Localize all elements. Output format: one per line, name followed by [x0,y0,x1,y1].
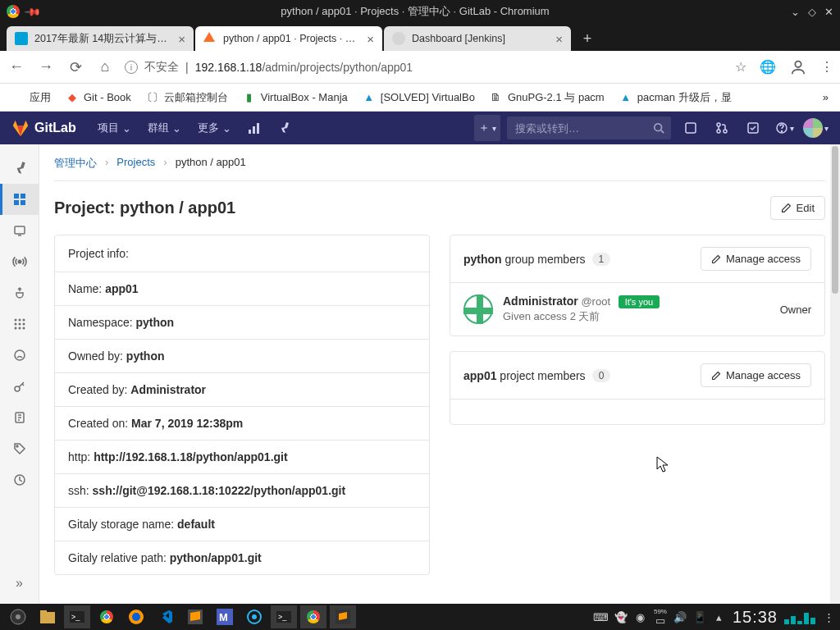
search-input[interactable] [515,122,653,135]
breadcrumb-admin[interactable]: 管理中心 [54,156,97,171]
start-menu-icon[interactable] [5,605,31,628]
sidebar-service-templates[interactable] [0,402,39,433]
panel-header: app01 project members 0 Manage access [450,352,824,399]
edit-button[interactable]: Edit [770,196,825,220]
reload-button[interactable]: ⟳ [66,57,85,77]
nav-more[interactable]: 更多 ⌄ [191,116,238,140]
browser-tab[interactable]: Dashboard [Jenkins] × [384,26,571,51]
globe-icon[interactable]: 🌐 [760,59,776,75]
sidebar-expand[interactable]: » [0,568,39,599]
wifi-icon[interactable]: ◉ [634,610,647,623]
files-icon[interactable] [34,605,61,628]
sidebar-admin-icon[interactable] [0,153,39,184]
svg-rect-16 [15,226,25,234]
sidebar-appearance[interactable] [0,464,39,495]
menu-dots-icon[interactable]: ⋮ [822,610,835,623]
new-dropdown[interactable]: ＋▾ [474,115,500,141]
address-bar[interactable]: i 不安全 | 192.168.1.18/admin/projects/pyth… [125,60,725,75]
scrollbar[interactable] [830,144,840,604]
terminal-icon[interactable]: >_ [64,605,90,628]
firefox-icon[interactable] [123,605,149,628]
maximize-icon[interactable]: ◇ [808,6,816,18]
member-name[interactable]: Administrator [503,294,578,308]
tray-expand-icon[interactable]: ▴ [713,610,726,623]
system-taskbar: >_ M >_ ⌨ 👻 ◉ 59%▭ 🔊 📱 ▴ 15:38 ⋮ [0,604,840,630]
user-menu[interactable]: ▾ [802,115,829,141]
info-row-created-by: Created by: Administrator [55,373,429,407]
tab-close-icon[interactable]: × [178,32,185,46]
scrollbar-thumb[interactable] [832,146,838,294]
svg-point-44 [252,614,257,619]
svg-rect-1 [249,130,251,134]
nav-admin-icon[interactable] [271,116,297,139]
sidebar-applications[interactable] [0,308,39,340]
bookmarks-overflow[interactable]: » [818,88,833,107]
volume-icon[interactable]: 🔊 [673,610,687,623]
bookmark-item[interactable]: ▲[SOLVED] VirtualBo [358,88,480,107]
home-button[interactable]: ⌂ [95,57,115,77]
tab-close-icon[interactable]: × [367,32,374,46]
its-you-badge: It's you [619,295,660,308]
nav-activity-icon[interactable] [241,116,267,139]
merge-requests-icon[interactable] [709,115,735,141]
chromium-task-icon[interactable] [94,605,120,628]
issues-icon[interactable] [678,115,704,141]
pencil-icon [711,371,721,381]
manage-access-button[interactable]: Manage access [701,247,811,271]
site-info-icon[interactable]: i [125,61,138,74]
sidebar-hooks[interactable] [0,277,39,308]
browser-menu-icon[interactable]: ⋮ [820,59,833,75]
browser-tab[interactable]: 2017年最新 14期云计算与自动 × [7,26,194,51]
keyboard-icon[interactable]: ⌨ [595,610,608,623]
bookmark-item[interactable]: ▮VirtualBox - Manja [238,88,353,107]
svg-point-22 [18,323,21,326]
bookmark-apps[interactable]: 应用 [7,87,56,108]
battery-icon[interactable]: 59%▭ [654,610,667,623]
sidebar-broadcast[interactable] [0,246,39,277]
back-button[interactable]: ← [7,57,26,77]
bookmark-item[interactable]: ◆Git - Book [61,88,136,107]
sidebar-monitoring[interactable] [0,215,39,246]
device-icon[interactable]: 📱 [693,610,706,623]
svg-rect-14 [14,200,19,205]
sidebar-labels[interactable] [0,433,39,464]
help-dropdown[interactable]: ▾ [771,115,797,141]
svg-point-6 [717,123,720,126]
minimize-icon[interactable]: ⌄ [791,6,800,18]
sublime-task-icon[interactable] [330,605,356,628]
new-tab-button[interactable]: + [573,26,602,51]
bookmark-star-icon[interactable]: ☆ [735,59,746,75]
browser-tab-active[interactable]: python / app01 · Projects · 管理 × [195,26,382,51]
workspace-bars-icon[interactable] [784,609,815,624]
info-row-gitaly-storage: Gitaly storage name: default [55,508,429,541]
nav-groups[interactable]: 群组 ⌄ [141,116,188,140]
sublime-icon[interactable] [182,605,208,628]
bookmark-item[interactable]: 🗎GnuPG-2.1 与 pacm [485,87,609,108]
bookmark-item[interactable]: ▲pacman 升级后，显 [614,87,737,108]
info-row-name: Name: app01 [55,272,429,306]
breadcrumb-projects[interactable]: Projects [116,156,155,171]
gitlab-logo[interactable]: GitLab [11,120,76,136]
sidebar-abuse[interactable] [0,340,39,371]
todos-icon[interactable] [740,115,766,141]
sidebar-overview[interactable] [0,184,39,215]
ghost-icon[interactable]: 👻 [614,610,628,623]
chevron-right-icon: › [163,156,167,171]
bookmark-item[interactable]: 〔〕云邮箱控制台 [141,87,233,108]
vscode-icon[interactable] [153,605,179,628]
close-icon[interactable]: ✕ [824,6,833,18]
panel-header: python group members 1 Manage access [450,235,824,283]
forward-button[interactable]: → [36,57,56,77]
manage-access-button[interactable]: Manage access [701,363,811,387]
chromium-task-icon[interactable] [300,605,326,628]
app-icon[interactable]: M [212,605,238,628]
app-icon[interactable] [241,605,267,628]
nav-projects[interactable]: 项目 ⌄ [91,116,138,140]
tab-close-icon[interactable]: × [555,32,563,46]
clock[interactable]: 15:38 [733,608,778,627]
search-icon[interactable] [653,122,664,134]
terminal-icon[interactable]: >_ [271,605,297,628]
profile-icon[interactable] [789,58,807,76]
gitlab-search[interactable] [507,116,671,139]
sidebar-deploy-keys[interactable] [0,371,39,402]
